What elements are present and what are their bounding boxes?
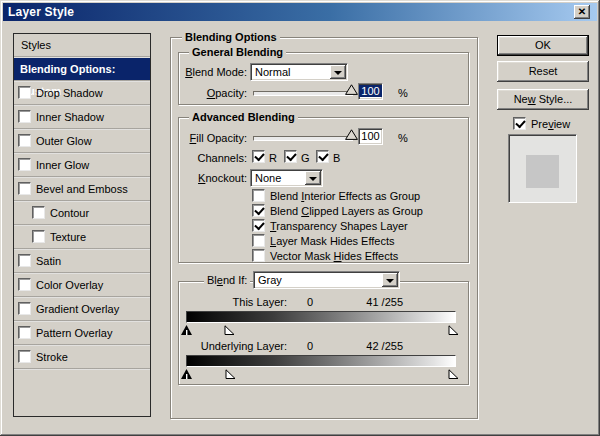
opacity-slider-thumb[interactable]: [345, 84, 358, 95]
preview-label: Preview: [531, 118, 570, 131]
opacity-slider-track[interactable]: [253, 91, 353, 96]
style-checkbox[interactable]: [18, 158, 31, 171]
this-layer-black-slider[interactable]: [181, 325, 192, 335]
chevron-down-icon[interactable]: [382, 273, 398, 287]
advanced-blending-group-title: Advanced Blending: [189, 111, 298, 123]
style-checkbox[interactable]: [18, 86, 31, 99]
style-checkbox[interactable]: [32, 206, 45, 219]
channel-g-label: G: [301, 152, 310, 165]
this-layer-black-split-slider[interactable]: [224, 325, 235, 335]
styles-item[interactable]: Pattern Overlay: [14, 322, 150, 346]
knockout-dropdown[interactable]: None: [250, 169, 323, 187]
dialog-title: Layer Style: [3, 5, 74, 19]
opacity-value: 100: [359, 85, 381, 97]
blend-interior-label: Blend Interior Effects as Group: [270, 190, 420, 203]
opacity-label: Opacity:: [170, 87, 247, 100]
styles-item[interactable]: Bevel and Emboss: [14, 178, 150, 202]
channel-r-label: R: [269, 152, 277, 165]
channel-r-checkbox[interactable]: [252, 150, 265, 163]
vector-mask-hides-label: Vector Mask Hides Effects: [270, 250, 398, 263]
this-layer-gradient-ramp: [186, 311, 456, 323]
vector-mask-hides-checkbox[interactable]: [252, 249, 265, 262]
fill-opacity-slider-thumb[interactable]: [345, 129, 358, 140]
fill-opacity-input[interactable]: 100: [358, 128, 383, 145]
chevron-down-icon[interactable]: [305, 171, 321, 185]
blend-mode-label: Blend Mode:: [170, 66, 247, 79]
styles-item[interactable]: Satin: [14, 250, 150, 274]
layer-style-dialog: Layer Style ✕ Styles Blending Options: C…: [0, 0, 600, 436]
chevron-down-icon[interactable]: [330, 65, 346, 79]
channel-g-checkbox[interactable]: [284, 150, 297, 163]
opacity-unit: %: [398, 87, 408, 100]
new-style-button[interactable]: New Style...: [497, 89, 589, 110]
blend-clipped-label: Blend Clipped Layers as Group: [270, 205, 423, 218]
this-layer-label: This Layer:: [170, 296, 287, 309]
style-checkbox[interactable]: [32, 230, 45, 243]
opacity-input[interactable]: 100: [358, 83, 383, 100]
style-checkbox[interactable]: [18, 350, 31, 363]
blend-interior-checkbox[interactable]: [252, 189, 265, 202]
blend-if-dropdown[interactable]: Gray: [253, 271, 400, 289]
fill-opacity-label: Fill Opacity:: [160, 132, 247, 145]
blend-mode-dropdown[interactable]: Normal: [250, 63, 348, 81]
channels-label: Channels:: [170, 152, 247, 165]
style-checkbox[interactable]: [18, 134, 31, 147]
preview-checkbox[interactable]: [513, 117, 526, 130]
reset-button[interactable]: Reset: [497, 61, 589, 82]
underlying-layer-label: Underlying Layer:: [170, 340, 287, 353]
layer-mask-hides-label: Layer Mask Hides Effects: [270, 235, 395, 248]
style-checkbox[interactable]: [18, 302, 31, 315]
transparency-shapes-checkbox[interactable]: [252, 219, 265, 232]
fill-opacity-value: 100: [361, 130, 379, 142]
styles-item[interactable]: Stroke: [14, 346, 150, 370]
styles-list-header: Styles: [14, 34, 150, 58]
style-checkbox[interactable]: [18, 254, 31, 267]
fill-opacity-slider-track[interactable]: [253, 136, 353, 141]
styles-item[interactable]: Drop Shadow: [14, 82, 150, 106]
close-icon[interactable]: ✕: [574, 5, 590, 19]
styles-item[interactable]: Outer Glow: [14, 130, 150, 154]
this-layer-white-slider[interactable]: [448, 325, 459, 335]
style-checkbox[interactable]: [18, 182, 31, 195]
styles-item[interactable]: Gradient Overlay: [14, 298, 150, 322]
blend-mode-value: Normal: [251, 65, 330, 79]
this-layer-low-value: 0: [300, 296, 320, 309]
styles-item[interactable]: Contour: [14, 202, 150, 226]
underlying-layer-high-value: 42 /255: [340, 340, 403, 353]
styles-item-blending-options[interactable]: Blending Options: Custom: [14, 58, 150, 82]
style-checkbox[interactable]: [18, 110, 31, 123]
styles-item[interactable]: Color Overlay: [14, 274, 150, 298]
knockout-value: None: [251, 171, 305, 185]
preview-thumbnail-square: [526, 155, 559, 188]
style-checkbox[interactable]: [18, 326, 31, 339]
blending-options-group-title: Blending Options: [182, 31, 280, 43]
blend-if-value: Gray: [254, 273, 382, 287]
layer-mask-hides-checkbox[interactable]: [252, 234, 265, 247]
title-bar[interactable]: Layer Style: [3, 3, 597, 21]
style-checkbox[interactable]: [18, 278, 31, 291]
transparency-shapes-label: Transparency Shapes Layer: [270, 220, 408, 233]
this-layer-high-value: 41 /255: [340, 296, 403, 309]
underlying-layer-black-split-slider[interactable]: [225, 369, 236, 379]
styles-item[interactable]: Inner Glow: [14, 154, 150, 178]
styles-item[interactable]: Texture: [14, 226, 150, 250]
underlying-layer-white-slider[interactable]: [448, 369, 459, 379]
fill-opacity-unit: %: [398, 132, 408, 145]
underlying-layer-gradient-ramp: [186, 355, 456, 367]
general-blending-group-title: General Blending: [189, 46, 286, 58]
underlying-layer-black-slider[interactable]: [181, 369, 192, 379]
blend-if-label: Blend If:: [204, 274, 250, 286]
channel-b-label: B: [333, 152, 340, 165]
styles-item[interactable]: Inner Shadow: [14, 106, 150, 130]
knockout-label: Knockout:: [170, 172, 247, 185]
ok-button[interactable]: OK: [497, 35, 589, 56]
channel-b-checkbox[interactable]: [316, 150, 329, 163]
underlying-layer-low-value: 0: [300, 340, 320, 353]
preview-thumbnail: [508, 134, 577, 203]
styles-list: Styles Blending Options: Custom Drop Sha…: [13, 33, 151, 417]
blend-clipped-checkbox[interactable]: [252, 204, 265, 217]
